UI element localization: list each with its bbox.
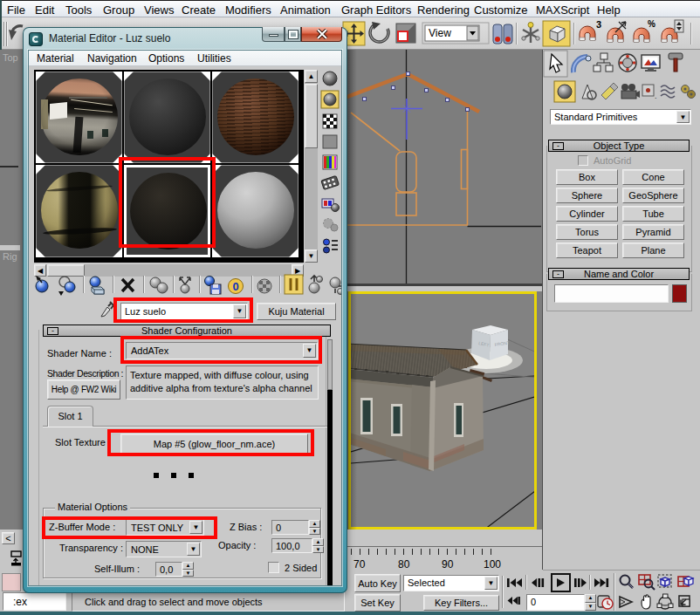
svg-text:90: 90	[442, 558, 454, 571]
svg-text:.: .	[655, 92, 657, 100]
svg-text:%: %	[648, 19, 655, 29]
svg-text:70: 70	[353, 558, 366, 571]
svg-text:100: 100	[484, 558, 501, 571]
svg-text:3: 3	[596, 19, 601, 30]
svg-text:View: View	[429, 27, 451, 39]
svg-text:0: 0	[232, 280, 238, 293]
svg-text:80: 80	[398, 558, 410, 571]
